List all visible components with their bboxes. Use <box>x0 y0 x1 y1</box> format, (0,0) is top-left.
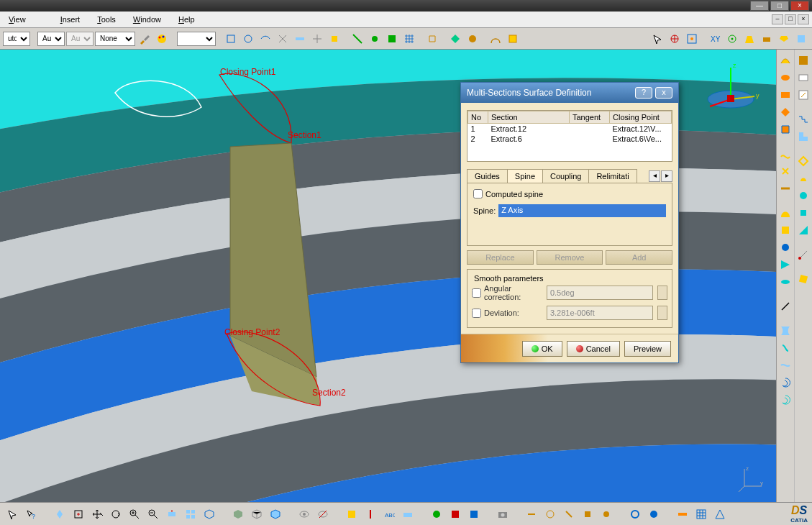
tool-icon[interactable] <box>384 31 400 47</box>
rotate-icon[interactable] <box>108 506 124 522</box>
fit-icon[interactable] <box>70 506 86 522</box>
tool-icon[interactable] <box>424 31 440 47</box>
curve-tool-icon[interactable] <box>488 31 503 47</box>
sections-table[interactable]: No Section Tangent Closing Point 1Extrac… <box>467 110 672 162</box>
remove-button[interactable]: Remove <box>537 250 603 265</box>
tool-icon[interactable] <box>561 506 577 522</box>
computed-spine-checkbox[interactable]: Computed spine <box>473 189 666 198</box>
table-row[interactable]: 1Extract.12Extract.12\V... <box>468 124 672 134</box>
replace-button[interactable]: Replace <box>467 250 534 265</box>
menu-help[interactable]: Help <box>178 15 195 24</box>
maximize-button[interactable]: □ <box>770 1 789 11</box>
help-pointer-icon[interactable]: ? <box>23 506 39 522</box>
tool-icon[interactable] <box>795 247 811 262</box>
multiview-icon[interactable] <box>183 506 199 522</box>
surf-icon[interactable] <box>777 104 793 120</box>
tool-icon[interactable] <box>598 506 614 522</box>
tool-icon[interactable] <box>367 31 383 47</box>
grid-icon[interactable] <box>401 31 417 47</box>
tool-icon[interactable] <box>684 31 700 47</box>
col-no[interactable]: No <box>468 111 488 124</box>
shade-edge-icon[interactable] <box>268 506 283 522</box>
tool-icon[interactable] <box>292 31 308 47</box>
select-1[interactable]: uto <box>3 32 30 46</box>
col-section[interactable]: Section <box>488 111 570 124</box>
tab-prev-button[interactable]: ◂ <box>649 170 660 182</box>
tool-icon[interactable] <box>646 506 662 522</box>
tool-icon[interactable] <box>257 31 273 47</box>
deviation-checkbox[interactable] <box>472 309 481 318</box>
arrow-icon[interactable] <box>649 31 665 47</box>
tool-icon[interactable] <box>724 31 740 47</box>
menu-window[interactable]: Window <box>133 15 161 24</box>
tool-icon[interactable] <box>465 31 480 47</box>
zoom-in-icon[interactable] <box>127 506 142 522</box>
sketch-icon[interactable] <box>795 87 811 103</box>
tool-icon[interactable] <box>667 31 683 47</box>
select-4[interactable]: None <box>95 32 135 46</box>
close-button[interactable]: × <box>790 1 809 11</box>
tool-icon[interactable] <box>795 222 811 238</box>
tool-icon[interactable] <box>344 506 360 522</box>
text-icon[interactable]: ABC <box>381 506 397 522</box>
surf-icon[interactable] <box>777 181 793 196</box>
surf-icon[interactable] <box>777 274 793 290</box>
tool-icon[interactable] <box>795 153 811 169</box>
tool-icon[interactable] <box>795 205 811 221</box>
tab-spine[interactable]: Spine <box>507 169 543 183</box>
tool-icon[interactable] <box>627 506 643 522</box>
tool-icon[interactable] <box>795 170 811 186</box>
surf-icon[interactable] <box>777 357 793 373</box>
surf-icon[interactable] <box>777 205 793 221</box>
spinner[interactable] <box>657 286 667 300</box>
select-3[interactable]: Aut <box>66 32 93 46</box>
line-icon[interactable] <box>777 298 793 314</box>
surf-icon[interactable] <box>777 222 793 238</box>
palette-icon[interactable] <box>154 31 170 47</box>
tool-icon[interactable] <box>447 506 463 522</box>
tool-icon[interactable] <box>712 506 728 522</box>
tab-next-button[interactable]: ▸ <box>661 170 672 182</box>
spiral-icon[interactable] <box>777 375 793 391</box>
menu-view[interactable]: View <box>9 15 43 24</box>
spiral-icon[interactable] <box>777 392 793 408</box>
tool-icon[interactable] <box>795 70 811 86</box>
tool-icon[interactable] <box>429 506 444 522</box>
select-2[interactable]: Aut <box>37 32 65 46</box>
surf-icon[interactable] <box>777 163 793 179</box>
tool-icon[interactable] <box>466 506 482 522</box>
angular-checkbox[interactable] <box>472 288 481 298</box>
surf-icon[interactable] <box>777 52 793 68</box>
tab-guides[interactable]: Guides <box>467 169 508 183</box>
surf-icon[interactable] <box>777 239 793 255</box>
hide-icon[interactable] <box>296 506 312 522</box>
menu-insert[interactable]: Insert <box>60 15 81 24</box>
hide-icon[interactable] <box>315 506 331 522</box>
tool-icon[interactable] <box>742 31 757 47</box>
tool-icon[interactable] <box>223 31 239 47</box>
surf-icon[interactable] <box>777 323 793 339</box>
camera-icon[interactable] <box>495 506 511 522</box>
tool-icon[interactable] <box>793 31 809 47</box>
tool-icon[interactable]: XY <box>707 31 723 47</box>
shade-icon[interactable] <box>230 506 246 522</box>
ok-button[interactable]: OK <box>522 341 562 357</box>
col-tangent[interactable]: Tangent <box>570 111 610 124</box>
tool-icon[interactable] <box>327 31 342 47</box>
dialog-help-button[interactable]: ? <box>635 87 652 99</box>
tool-icon[interactable] <box>795 111 811 127</box>
deviation-field[interactable] <box>547 306 653 320</box>
compass-widget[interactable]: z y <box>698 60 763 111</box>
tool-icon[interactable] <box>675 506 690 522</box>
surf-icon[interactable] <box>777 257 793 273</box>
spine-field[interactable]: Z Axis <box>498 204 666 217</box>
dialog-close-button[interactable]: x <box>655 87 672 99</box>
surf-icon[interactable] <box>777 122 793 137</box>
tool-icon[interactable] <box>275 31 291 47</box>
surf-icon[interactable] <box>777 87 793 103</box>
mdi-close-button[interactable]: × <box>798 14 809 24</box>
col-closing[interactable]: Closing Point <box>610 111 672 124</box>
tool-icon[interactable] <box>759 31 775 47</box>
color-swatch[interactable] <box>177 32 216 46</box>
tool-icon[interactable] <box>447 31 463 47</box>
